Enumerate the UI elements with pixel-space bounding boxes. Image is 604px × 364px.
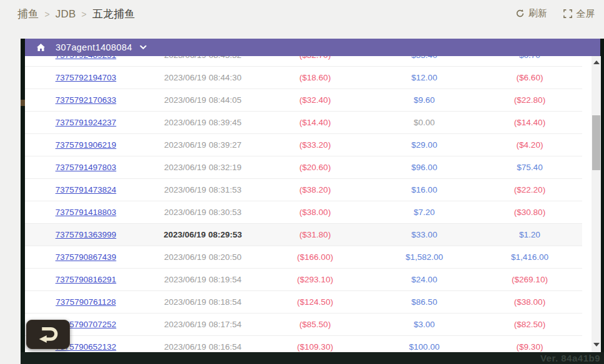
version-label: Ver. 84a41b9 [540,353,600,363]
record-time: 2023/06/19 08:45:32 [147,56,259,60]
table-scrollbar[interactable] [592,56,601,352]
record-id-link[interactable]: 7375791497803 [56,163,117,172]
breadcrumb: 捕鱼>JDB>五龙捕鱼 [17,7,135,21]
record-amount-1: ($109.30) [259,342,371,352]
scrollbar-thumb[interactable] [592,115,600,170]
chevron-down-icon[interactable] [140,45,147,50]
table-row: 7375790816291 2023/06/19 08:19:54 ($293.… [25,269,582,291]
table-body: 7375792489251 2023/06/19 08:45:32 ($32.7… [25,56,582,352]
table-row: 7375792489251 2023/06/19 08:45:32 ($32.7… [25,56,582,67]
record-time: 2023/06/19 08:29:53 [147,230,259,239]
record-amount-1: ($14.40) [259,118,371,127]
record-id-link[interactable]: 7375791418803 [56,208,117,217]
record-amount-1: ($38.00) [259,208,371,217]
record-id-link[interactable]: 7375791473824 [56,185,117,194]
fullscreen-label: 全屏 [576,8,595,20]
record-id-link[interactable]: 7375790761128 [56,297,116,307]
record-id-link[interactable]: 7375791906219 [56,140,117,150]
record-amount-3: $1,416.00 [477,252,582,262]
table-row: 7375790761128 2023/06/19 08:18:54 ($124.… [25,291,582,314]
record-time: 2023/06/19 08:30:53 [147,208,259,217]
record-amount-3: ($22.20) [477,185,582,194]
panel-left-notch [21,100,25,106]
record-amount-1: ($85.50) [259,320,371,329]
record-id-link[interactable]: 7375792489251 [56,56,117,60]
top-actions: 刷新 全屏 [515,7,604,20]
agent-header-bar: 307agent1408084 [25,39,600,56]
record-amount-2: $100.00 [371,342,477,352]
table-row: 7375790707252 2023/06/19 08:17:54 ($85.5… [25,314,582,336]
record-time: 2023/06/19 08:44:05 [147,95,259,105]
table-row: 7375790867439 2023/06/19 08:20:50 ($166.… [25,246,582,269]
record-time: 2023/06/19 08:20:50 [147,252,259,262]
breadcrumb-item-current: 五龙捕鱼 [92,8,135,20]
back-arrow-icon [34,324,62,345]
fullscreen-icon [563,9,572,18]
game-panel: 307agent1408084 7375792489251 2023/06/19… [21,39,604,364]
record-id-link[interactable]: 7375790867439 [56,252,117,262]
record-amount-2: $96.00 [371,163,477,172]
scrollbar-up-arrow[interactable] [593,60,600,64]
record-amount-3: $75.40 [477,163,582,172]
table-row: 7375791418803 2023/06/19 08:30:53 ($38.0… [25,201,582,224]
fullscreen-button[interactable]: 全屏 [563,8,595,20]
table-row: 7375792170633 2023/06/19 08:44:05 ($32.4… [25,89,582,112]
agent-name-dropdown[interactable]: 307agent1408084 [56,42,132,52]
table-row: 7375791363999 2023/06/19 08:29:53 ($31.8… [25,224,582,246]
back-button[interactable] [26,320,70,349]
record-amount-1: ($20.60) [259,163,371,172]
record-amount-1: ($293.10) [259,275,371,284]
home-icon[interactable] [36,43,46,52]
record-amount-2: $1,582.00 [371,252,477,262]
breadcrumb-separator: > [44,9,49,19]
table-row: 7375791497803 2023/06/19 08:32:19 ($20.6… [25,156,582,179]
record-amount-3: ($14.40) [477,118,582,127]
record-amount-3: ($4.20) [477,140,582,150]
record-amount-3: ($22.80) [477,95,582,105]
refresh-icon [515,9,525,18]
refresh-label: 刷新 [528,7,547,19]
record-time: 2023/06/19 08:31:53 [147,185,259,194]
record-amount-1: ($166.00) [259,252,371,262]
record-amount-1: ($32.70) [259,56,371,60]
record-time: 2023/06/19 08:17:54 [147,320,259,329]
record-amount-1: ($32.40) [259,95,371,105]
record-amount-1: ($33.20) [259,140,371,150]
table-row: 7375791924237 2023/06/19 08:39:45 ($14.4… [25,112,582,134]
record-amount-3: ($30.80) [477,208,582,217]
record-id-link[interactable]: 7375791363999 [56,230,117,239]
record-id-link[interactable]: 7375790816291 [56,275,117,284]
table-row: 7375791906219 2023/06/19 08:39:27 ($33.2… [25,134,582,156]
record-amount-1: ($124.50) [259,297,371,307]
breadcrumb-item-fishing[interactable]: 捕鱼 [17,8,39,20]
record-amount-3: $0.70 [477,56,582,60]
record-amount-2: $7.20 [371,208,477,217]
record-id-link[interactable]: 7375791924237 [56,118,117,127]
record-amount-2: $0.00 [371,118,477,127]
record-amount-3: ($38.00) [477,297,582,307]
record-id-link[interactable]: 7375792170633 [56,95,117,105]
record-amount-1: ($38.20) [259,185,371,194]
record-id-link[interactable]: 7375792194703 [56,73,117,82]
record-amount-2: $3.00 [371,320,477,329]
record-time: 2023/06/19 08:16:54 [147,342,259,352]
table-row: 7375792194703 2023/06/19 08:44:30 ($18.6… [25,67,582,89]
top-bar: 捕鱼>JDB>五龙捕鱼 刷新 全屏 [0,0,604,39]
breadcrumb-separator: > [82,9,87,19]
scrollbar-down-arrow[interactable] [593,343,600,347]
footer-bar: Ver. 84a41b9 [21,352,604,364]
breadcrumb-item-jdb[interactable]: JDB [56,8,76,20]
refresh-button[interactable]: 刷新 [515,7,547,19]
record-amount-3: ($9.30) [477,342,582,352]
record-amount-2: $16.00 [371,185,477,194]
record-time: 2023/06/19 08:44:30 [147,73,259,82]
record-amount-2: $33.40 [371,56,477,60]
records-table: 7375792489251 2023/06/19 08:45:32 ($32.7… [25,56,601,352]
record-time: 2023/06/19 08:32:19 [147,163,259,172]
record-amount-2: $12.00 [371,73,477,82]
table-row: 7375791473824 2023/06/19 08:31:53 ($38.2… [25,179,582,201]
record-amount-3: ($269.10) [477,275,582,284]
record-time: 2023/06/19 08:39:45 [147,118,259,127]
record-amount-2: $86.50 [371,297,477,307]
record-amount-1: ($18.60) [259,73,371,82]
